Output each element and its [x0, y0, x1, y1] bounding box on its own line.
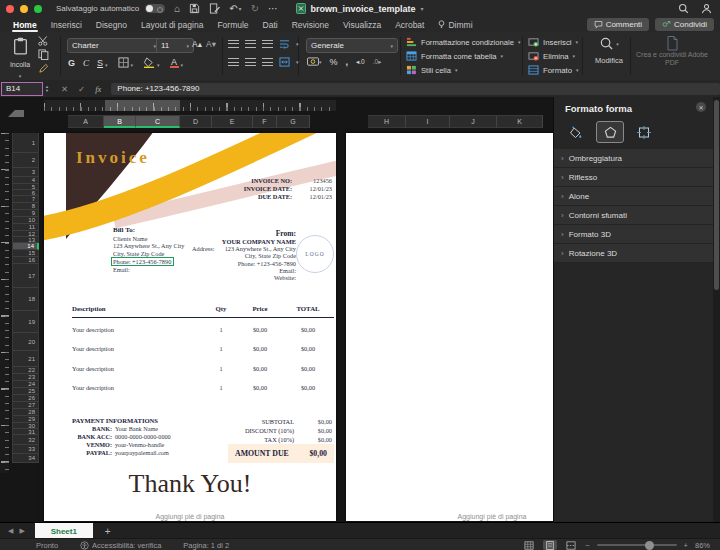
- tab-visualizza[interactable]: Visualizza: [336, 17, 388, 32]
- tab-formule[interactable]: Formule: [210, 17, 255, 32]
- fill-line-tab[interactable]: [562, 121, 590, 143]
- copy-button[interactable]: [38, 49, 49, 60]
- page-layout-view-button[interactable]: [543, 540, 557, 550]
- font-size-select[interactable]: 11▾: [156, 38, 194, 53]
- row-header-33[interactable]: 33: [12, 445, 39, 454]
- zoom-out-icon[interactable]: −: [585, 541, 589, 550]
- row-header-18[interactable]: 18: [12, 288, 39, 311]
- undo-icon[interactable]: ↶: [229, 4, 237, 14]
- row-header-15[interactable]: 15: [12, 250, 39, 257]
- effects-tab[interactable]: [596, 121, 624, 143]
- add-sheet-button[interactable]: +: [105, 526, 111, 537]
- style-button-1[interactable]: Formatta come tabella▾: [406, 49, 520, 63]
- cells-button-formato[interactable]: Formato▾: [528, 63, 579, 77]
- column-header-f[interactable]: F: [253, 115, 277, 128]
- name-box[interactable]: B14: [1, 82, 43, 96]
- row-header-8[interactable]: 8: [12, 203, 39, 210]
- panel-section-formato-3d[interactable]: ›Formato 3D: [554, 225, 713, 244]
- share-button[interactable]: Condividi: [655, 18, 714, 31]
- formula-input[interactable]: Phone: +123-456-7890: [111, 83, 720, 95]
- row-header-1[interactable]: 1: [12, 133, 39, 153]
- wrap-chevron-icon[interactable]: ▾: [296, 41, 299, 47]
- style-button-2[interactable]: Stili cella▾: [406, 63, 520, 77]
- edit-button[interactable]: ▾ Modifica: [590, 36, 628, 65]
- row-header-27[interactable]: 27: [12, 402, 39, 409]
- tab-dati[interactable]: Dati: [256, 17, 285, 32]
- row-header-2[interactable]: 2: [12, 153, 39, 168]
- row-header-22[interactable]: 22: [12, 367, 39, 374]
- row-header-29[interactable]: 29: [12, 416, 39, 423]
- panel-section-alone[interactable]: ›Alone: [554, 187, 713, 206]
- autosave-toggle[interactable]: [145, 4, 165, 13]
- style-button-0[interactable]: Formattazione condizionale▾: [406, 35, 520, 49]
- document-edit-icon[interactable]: [209, 3, 220, 14]
- align-bottom-icon[interactable]: [262, 40, 273, 48]
- normal-view-button[interactable]: [522, 540, 536, 550]
- italic-button[interactable]: C: [83, 58, 89, 68]
- panel-section-contorni-sfumati[interactable]: ›Contorni sfumati: [554, 206, 713, 225]
- comments-button[interactable]: Commenti: [587, 18, 649, 31]
- underline-chevron-icon[interactable]: ▾: [105, 62, 108, 68]
- column-header-d[interactable]: D: [180, 115, 212, 128]
- document-title[interactable]: brown_invoice_template: [310, 4, 415, 14]
- row-header-14[interactable]: 14: [12, 243, 39, 250]
- row-header-16[interactable]: 16: [12, 257, 39, 264]
- bold-button[interactable]: G: [68, 58, 75, 68]
- underline-button[interactable]: S: [97, 58, 103, 68]
- tab-layout-di-pagina[interactable]: Layout di pagina: [134, 17, 210, 32]
- home-icon[interactable]: ⌂: [174, 4, 180, 14]
- number-format-select[interactable]: Generale▾: [306, 38, 398, 53]
- row-header-19[interactable]: 19: [12, 311, 39, 333]
- adobe-pdf-button[interactable]: Crea e condividi Adobe PDF: [636, 36, 708, 67]
- row-header-24[interactable]: 24: [12, 381, 39, 388]
- align-right-icon[interactable]: [262, 58, 273, 66]
- wrap-text-button[interactable]: [279, 39, 290, 49]
- fill-chevron-icon[interactable]: ▾: [157, 62, 160, 68]
- comma-format-button[interactable]: ,: [346, 57, 349, 67]
- minimize-window-button[interactable]: [20, 5, 28, 13]
- font-color-button[interactable]: A: [170, 59, 179, 68]
- column-header-k[interactable]: K: [497, 115, 543, 128]
- confirm-entry-icon[interactable]: ✓: [78, 84, 85, 94]
- align-center-icon[interactable]: [245, 58, 256, 66]
- currency-format-button[interactable]: ▾: [307, 57, 322, 67]
- scrollbar-thumb[interactable]: [714, 100, 719, 290]
- font-color-chevron-icon[interactable]: ▾: [181, 62, 184, 68]
- size-properties-tab[interactable]: [630, 121, 658, 143]
- align-top-icon[interactable]: [228, 40, 239, 48]
- row-header-17[interactable]: 17: [12, 264, 39, 288]
- row-header-32[interactable]: 32: [12, 435, 39, 445]
- vertical-scrollbar[interactable]: [712, 97, 720, 522]
- prev-sheet-icon[interactable]: ◀: [8, 527, 13, 535]
- search-icon[interactable]: [678, 3, 689, 14]
- row-header-25[interactable]: 25: [12, 388, 39, 395]
- selected-cell-b14[interactable]: Phone: +123-456-7890: [111, 257, 174, 266]
- increase-font-button[interactable]: A▴: [192, 39, 202, 49]
- row-header-3[interactable]: 3: [12, 168, 39, 177]
- align-left-icon[interactable]: [228, 58, 239, 66]
- next-sheet-icon[interactable]: ▶: [19, 527, 24, 535]
- column-header-a[interactable]: A: [68, 115, 104, 128]
- row-header-28[interactable]: 28: [12, 409, 39, 416]
- fill-color-button[interactable]: [143, 57, 155, 68]
- worksheet-page-1[interactable]: Invoice INVOICE NO:123456INVOICE DATE:12…: [44, 133, 336, 521]
- panel-section-ombreggiatura[interactable]: ›Ombreggiatura: [554, 149, 713, 168]
- column-header-h[interactable]: H: [368, 115, 406, 128]
- column-header-e[interactable]: E: [212, 115, 253, 128]
- cells-button-inserisci[interactable]: Inserisci▾: [528, 35, 579, 49]
- panel-section-riflesso[interactable]: ›Riflesso: [554, 168, 713, 187]
- undo-chevron-icon[interactable]: ▾: [239, 5, 242, 12]
- row-header-26[interactable]: 26: [12, 395, 39, 402]
- panel-close-icon[interactable]: ✕: [696, 102, 706, 112]
- column-header-b[interactable]: B: [104, 115, 136, 128]
- title-chevron-icon[interactable]: ▾: [421, 5, 424, 12]
- row-header-34[interactable]: 34: [12, 454, 39, 463]
- font-name-select[interactable]: Charter▾: [67, 38, 161, 53]
- more-commands-icon[interactable]: ⋯: [268, 4, 278, 14]
- column-header-j[interactable]: J: [450, 115, 497, 128]
- row-header-7[interactable]: 7: [12, 196, 39, 203]
- page-break-view-button[interactable]: [564, 540, 578, 550]
- tab-disegno[interactable]: Disegno: [89, 17, 134, 32]
- zoom-window-button[interactable]: [34, 5, 42, 13]
- cancel-entry-icon[interactable]: ✕: [61, 84, 68, 94]
